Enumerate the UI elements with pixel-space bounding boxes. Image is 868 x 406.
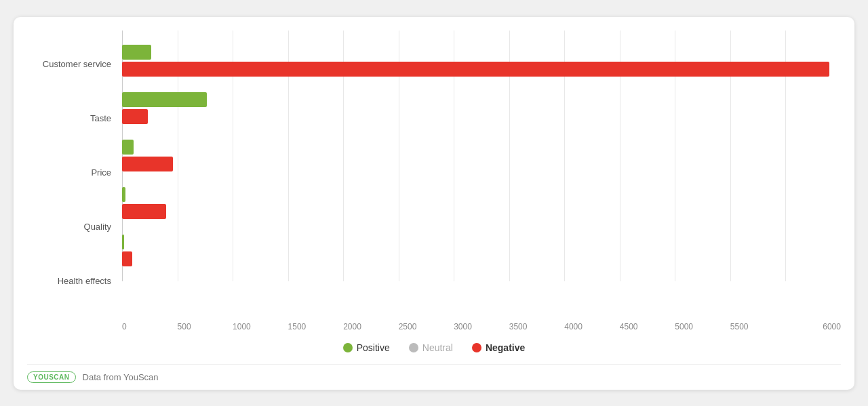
x-tick-label: 6000 bbox=[785, 322, 841, 331]
legend-positive-label: Positive bbox=[357, 342, 390, 353]
bar-positive bbox=[122, 140, 134, 155]
bar-negative bbox=[122, 204, 166, 219]
bar-row-positive bbox=[122, 235, 841, 249]
legend: Positive Neutral Negative bbox=[27, 336, 841, 364]
x-axis: 0500100015002000250030003500400045005000… bbox=[122, 308, 841, 336]
y-label: Health effects bbox=[27, 257, 122, 306]
chart-right: 0500100015002000250030003500400045005000… bbox=[122, 31, 841, 336]
chart-area: Customer serviceTastePriceQualityHealth … bbox=[27, 31, 841, 336]
y-label: Taste bbox=[27, 94, 122, 143]
footer: YOUSCAN Data from YouScan bbox=[27, 364, 841, 390]
positive-dot bbox=[343, 343, 353, 352]
bar-row-positive bbox=[122, 45, 841, 60]
bar-positive bbox=[122, 235, 124, 249]
x-tick-label: 4500 bbox=[620, 322, 675, 331]
bar-negative bbox=[122, 62, 829, 77]
bar-row-negative bbox=[122, 109, 841, 124]
y-label: Customer service bbox=[27, 40, 122, 89]
x-tick-label: 2500 bbox=[399, 322, 454, 331]
bar-row-negative bbox=[122, 251, 841, 266]
bar-group bbox=[122, 132, 841, 180]
bar-row-positive bbox=[122, 140, 841, 155]
x-tick-label: 5500 bbox=[730, 322, 786, 331]
bar-row-negative bbox=[122, 157, 841, 171]
x-tick-label: 500 bbox=[178, 322, 233, 331]
negative-dot bbox=[472, 343, 481, 352]
bar-positive bbox=[122, 45, 151, 60]
legend-negative-label: Negative bbox=[486, 342, 525, 353]
youscan-badge: YOUSCAN bbox=[27, 371, 76, 383]
bar-group bbox=[122, 37, 841, 85]
bar-positive bbox=[122, 92, 207, 107]
x-tick-label: 0 bbox=[122, 322, 178, 331]
legend-negative: Negative bbox=[472, 342, 525, 353]
bar-row-positive bbox=[122, 92, 841, 107]
legend-neutral: Neutral bbox=[409, 342, 453, 353]
y-label: Quality bbox=[27, 203, 122, 251]
x-tick-label: 4000 bbox=[564, 322, 620, 331]
bar-negative bbox=[122, 251, 132, 266]
x-tick-label: 3500 bbox=[509, 322, 565, 331]
bar-row-negative bbox=[122, 62, 841, 77]
x-tick-labels: 0500100015002000250030003500400045005000… bbox=[122, 322, 841, 331]
bar-row-negative bbox=[122, 204, 841, 219]
bar-group bbox=[122, 227, 841, 275]
chart-card: Customer serviceTastePriceQualityHealth … bbox=[14, 17, 854, 390]
bar-positive bbox=[122, 187, 125, 202]
brand-label: YOUSCAN bbox=[33, 373, 70, 381]
bar-group bbox=[122, 85, 841, 132]
bar-group bbox=[122, 180, 841, 227]
legend-positive: Positive bbox=[343, 342, 390, 353]
bar-row-positive bbox=[122, 187, 841, 202]
x-tick-label: 1500 bbox=[288, 322, 344, 331]
bar-negative bbox=[122, 109, 148, 124]
bars-container bbox=[122, 31, 841, 281]
x-tick-label: 2000 bbox=[343, 322, 399, 331]
legend-neutral-label: Neutral bbox=[422, 342, 453, 353]
bar-negative bbox=[122, 157, 173, 171]
y-label: Price bbox=[27, 148, 122, 197]
x-tick-label: 3000 bbox=[454, 322, 509, 331]
neutral-dot bbox=[409, 343, 418, 352]
bars-and-grid bbox=[122, 31, 841, 308]
y-axis-labels: Customer serviceTastePriceQualityHealth … bbox=[27, 31, 122, 336]
x-tick-label: 1000 bbox=[233, 322, 288, 331]
x-tick-label: 5000 bbox=[675, 322, 730, 331]
footer-text: Data from YouScan bbox=[83, 372, 159, 382]
